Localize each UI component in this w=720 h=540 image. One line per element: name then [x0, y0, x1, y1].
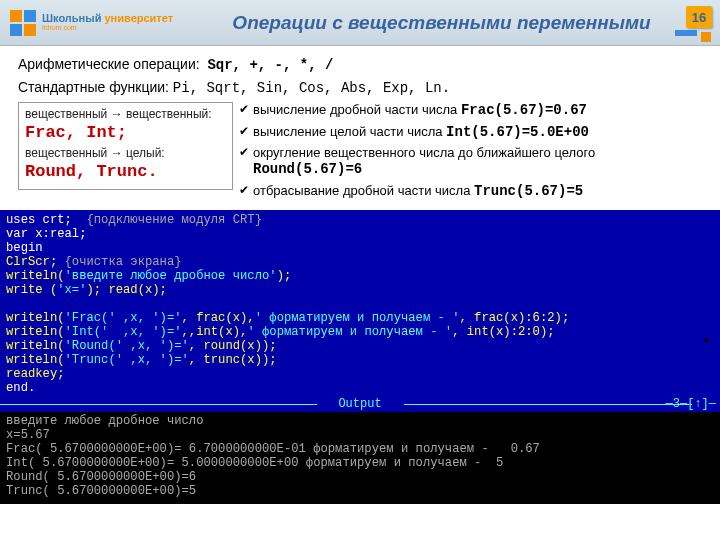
page-title: Операции с вещественными переменными [173, 12, 710, 34]
code-editor: uses crt; {подключение модуля CRT} var x… [0, 210, 720, 398]
arith-line: Арифметические операции: Sqr, +, -, *, / [18, 56, 702, 73]
page-number: 16 [686, 6, 712, 28]
std-line: Стандартные функции: Pi, Sqrt, Sin, Cos,… [18, 79, 702, 96]
list-item: округление вещественного числа до ближай… [239, 145, 702, 179]
list-item: отбрасывание дробной части числа Trunc(5… [239, 183, 702, 201]
output-separator: Output ─3─[↑]─ [0, 398, 720, 412]
logo-icon [10, 10, 36, 36]
bullet-list: вычисление дробной части числа Frac(5.67… [239, 102, 702, 204]
header-accent [675, 30, 715, 44]
list-item: вычисление целой части числа Int(5.67)=5… [239, 124, 702, 142]
bullet-dot [704, 338, 708, 342]
logo: Школьный университет itdrom.com [10, 10, 173, 36]
content: Арифметические операции: Sqr, +, -, *, /… [0, 46, 720, 208]
list-item: вычисление дробной части числа Frac(5.67… [239, 102, 702, 120]
output-pane: введите любое дробное число x=5.67 Frac(… [0, 412, 720, 504]
header: Школьный университет itdrom.com Операции… [0, 0, 720, 46]
logo-text: Школьный университет itdrom.com [42, 13, 173, 33]
type-box: вещественный → вещественный: Frac, Int; … [18, 102, 233, 190]
code-window: uses crt; {подключение модуля CRT} var x… [0, 210, 720, 504]
